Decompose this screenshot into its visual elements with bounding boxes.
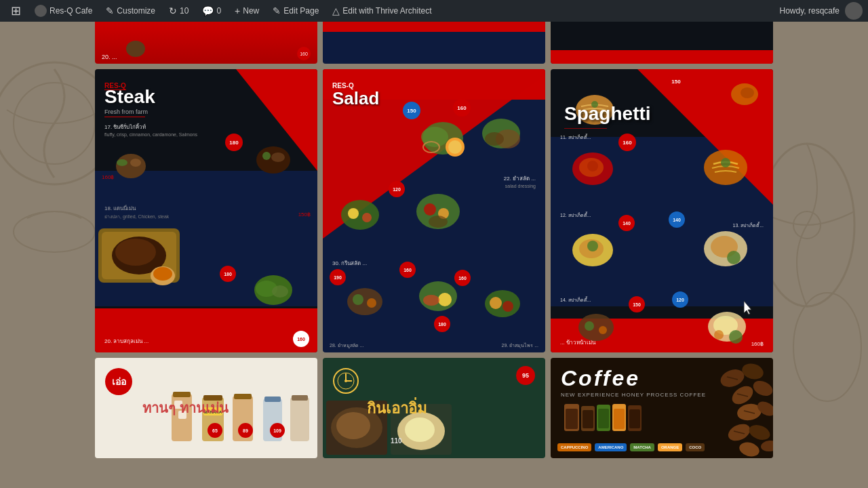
svg-rect-154 [629, 409, 640, 428]
comments-button[interactable]: 💬 0 [197, 0, 226, 22]
snack-title: กินเอาอิ่ม [367, 396, 427, 420]
salad-card[interactable]: RES-Q Salad 150 [323, 69, 545, 352]
main-cards-row: RES-Q Steak Fresh from farm 17. ชินซีรั่… [0, 69, 868, 352]
svg-point-140 [738, 440, 761, 458]
svg-rect-115 [234, 394, 252, 399]
svg-point-2 [14, 211, 95, 252]
partial-card-3[interactable] [551, 22, 773, 64]
svg-point-67 [502, 301, 513, 312]
svg-rect-119 [292, 395, 308, 401]
svg-point-46 [362, 213, 372, 222]
svg-point-12 [130, 159, 141, 167]
salad-plate-2 [464, 100, 538, 174]
svg-point-94 [727, 251, 741, 264]
svg-point-71 [741, 87, 754, 98]
spaghetti-card[interactable]: Spaghetti ——————— 150 [551, 69, 773, 352]
svg-rect-151 [583, 410, 593, 428]
snack-icon [333, 368, 359, 394]
spag-plate-mid-right [685, 130, 766, 211]
coffee-card[interactable]: Coffee NEW EXPERIENCE HONEY PROCESS COFF… [551, 358, 773, 458]
svg-rect-153 [614, 409, 625, 429]
price-180-1: 180 [225, 134, 243, 151]
bottom-cards-row: เอ่อ ทานๆ ทานเม่น BANANA [0, 358, 868, 458]
snack-card[interactable]: กินเอาอิ่ม 95 110 [323, 358, 545, 458]
snack-price: 95 [516, 366, 535, 385]
avatar[interactable] [845, 2, 863, 20]
admin-bar: ⊞ Res-Q Cafe ✎ Customize ↻ 10 💬 0 + New … [0, 0, 868, 22]
steak-card[interactable]: RES-Q Steak Fresh from farm 17. ชินซีรั่… [95, 69, 317, 352]
partial-plate [115, 30, 156, 64]
svg-point-41 [485, 132, 504, 146]
svg-point-99 [599, 326, 607, 334]
site-icon[interactable]: ⊞ [5, 0, 26, 22]
svg-point-8 [126, 41, 145, 57]
svg-point-60 [419, 281, 457, 311]
svg-point-98 [585, 321, 594, 331]
svg-point-127 [336, 412, 370, 439]
steak-plate-1 [102, 137, 163, 198]
svg-point-62 [423, 295, 439, 306]
svg-point-45 [348, 208, 359, 219]
steak-plate-2 [243, 130, 307, 195]
svg-point-132 [741, 361, 766, 382]
svg-point-105 [714, 330, 724, 340]
svg-point-50 [424, 203, 436, 216]
thrive-architect-button[interactable]: △ Edit with Thrive Architect [327, 0, 437, 22]
svg-point-89 [587, 241, 598, 251]
svg-point-97 [578, 314, 614, 341]
svg-point-56 [353, 294, 363, 305]
svg-point-5 [793, 293, 861, 401]
partial-card-1[interactable]: 20. ... 160 [95, 22, 317, 64]
page-content: 20. ... 160 RES-Q [0, 22, 868, 488]
steak-title: Steak [104, 86, 155, 108]
svg-point-55 [347, 288, 382, 315]
new-button[interactable]: + New [229, 0, 264, 22]
svg-rect-150 [566, 409, 578, 429]
admin-bar-right: Howdy, resqcafe [780, 2, 863, 20]
svg-point-22 [115, 239, 156, 266]
partial-top-row: 20. ... 160 [0, 22, 868, 64]
svg-point-11 [116, 154, 146, 178]
svg-point-84 [721, 158, 730, 167]
coffee-cups [561, 401, 669, 438]
partial-card-2[interactable] [323, 22, 545, 64]
coffee-subtitle: NEW EXPERIENCE HONEY PROCESS COFFEE [561, 392, 706, 398]
svg-point-35 [448, 140, 462, 154]
svg-point-57 [367, 298, 376, 308]
svg-point-134 [751, 378, 773, 399]
svg-rect-118 [290, 397, 309, 441]
thai-title: ทานๆ ทานเม่น [142, 397, 229, 419]
svg-point-18 [262, 152, 271, 160]
salad-plate-3 [323, 181, 397, 256]
steak-plate-3 [236, 259, 311, 327]
svg-point-61 [438, 293, 452, 306]
svg-point-130 [405, 418, 435, 442]
svg-rect-107 [173, 392, 191, 397]
salad-plate-4 [397, 174, 479, 256]
svg-point-52 [429, 216, 448, 228]
site-name[interactable]: Res-Q Cafe [29, 0, 98, 22]
svg-point-17 [271, 152, 285, 162]
svg-point-138 [747, 422, 772, 443]
svg-point-66 [490, 297, 502, 309]
salad-plate-7 [467, 271, 538, 342]
svg-rect-152 [598, 409, 609, 428]
svg-point-44 [341, 200, 379, 230]
steak-subtitle: Fresh from farm [104, 108, 148, 115]
updates-button[interactable]: ↻ 10 [163, 0, 194, 22]
svg-point-104 [729, 330, 743, 344]
svg-point-80 [587, 161, 598, 171]
customize-button[interactable]: ✎ Customize [100, 0, 161, 22]
svg-point-139 [760, 440, 773, 452]
svg-point-13 [117, 159, 127, 166]
thai-drinks: BANANA [165, 384, 314, 458]
svg-point-29 [272, 285, 288, 298]
spaghetti-title: Spaghetti [564, 103, 651, 125]
salad-title: Salad [332, 88, 379, 109]
coffee-title: Coffee [561, 366, 640, 391]
svg-point-124 [344, 380, 347, 382]
svg-rect-117 [264, 396, 281, 402]
edit-page-button[interactable]: ✎ Edit Page [267, 0, 324, 22]
thai-food-card[interactable]: เอ่อ ทานๆ ทานเม่น BANANA [95, 358, 317, 458]
steak-board [95, 218, 183, 293]
